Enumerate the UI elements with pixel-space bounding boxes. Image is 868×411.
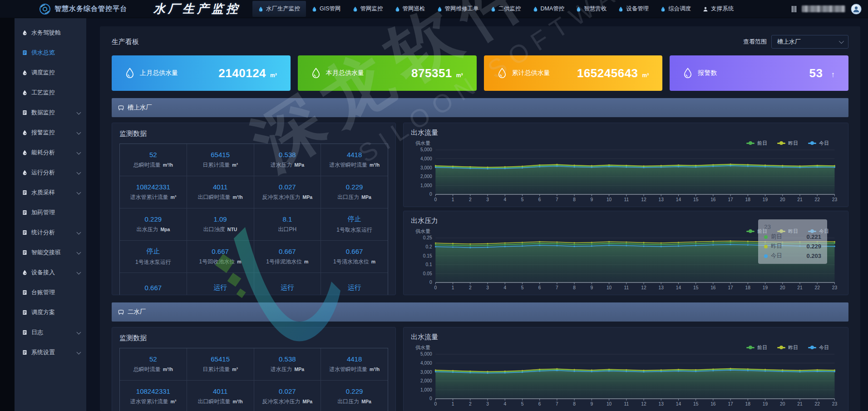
- scope-select[interactable]: 槽上水厂: [771, 35, 848, 49]
- monitor-cell: 8.1 出口PH: [254, 208, 321, 240]
- chevron-down-icon: [77, 350, 81, 355]
- sidebar-item[interactable]: 调度方案: [15, 302, 86, 322]
- document-icon: [22, 330, 27, 335]
- monitor-cell-label: 出水压力: [136, 226, 158, 233]
- topnav-item[interactable]: 管网巡检: [389, 1, 431, 17]
- topnav-item[interactable]: 综合调度: [655, 1, 697, 17]
- svg-text:16: 16: [710, 197, 716, 202]
- charts-column: 出水流量 供水量 前日昨日今日 01,0002,0003,0004,0005,0…: [403, 327, 848, 411]
- sidebar-item-label: 加药管理: [31, 208, 55, 217]
- svg-text:3: 3: [486, 401, 489, 406]
- monitor-cell-value: 运行: [213, 283, 227, 292]
- monitor-cell-label: 进水压力: [271, 366, 292, 373]
- sidebar-item[interactable]: 统计分析: [15, 223, 86, 243]
- sidebar-item-label: 调度方案: [31, 308, 55, 317]
- topbar: 智慧水务综合管控平台 水厂生产监控 水厂生产监控 GIS管网 管网监控 管网巡检…: [0, 0, 868, 18]
- svg-text:8: 8: [573, 285, 576, 290]
- topnav-item[interactable]: 水厂生产监控: [252, 1, 306, 17]
- topnav-item[interactable]: 管网监控: [347, 1, 389, 17]
- monitor-cell: 65415 日累计流量m³: [187, 348, 254, 380]
- sidebar-item[interactable]: 水质采样: [15, 183, 86, 203]
- legend-item[interactable]: 前日: [746, 344, 767, 351]
- monitor-cell-unit: MPa: [361, 194, 371, 200]
- user-avatar[interactable]: [851, 4, 862, 15]
- monitor-data-grid: 52 总瞬时流量m³/h 65415 日累计流量m³ 0.538 进水压力MPa…: [119, 348, 388, 411]
- sidebar-item[interactable]: 数据监控: [15, 103, 86, 123]
- plant-section-header: 槽上水厂: [112, 98, 848, 117]
- sidebar-item[interactable]: 加药管理: [15, 203, 86, 223]
- monitor-cell-unit: m³: [170, 399, 176, 404]
- document-icon: [22, 50, 27, 55]
- legend-item[interactable]: 前日: [746, 140, 767, 147]
- svg-text:9: 9: [591, 285, 593, 290]
- topnav-item[interactable]: 设备管理: [612, 1, 655, 17]
- chart-y-axis-label: 供水量: [415, 344, 430, 351]
- sidebar-item[interactable]: 日志: [15, 322, 86, 342]
- menu-bars-icon[interactable]: [792, 6, 796, 12]
- sidebar-item-label: 报警监控: [31, 129, 55, 137]
- svg-text:7: 7: [556, 197, 558, 202]
- water-drop-icon: [618, 6, 623, 12]
- sidebar-item[interactable]: 供水总览: [15, 43, 86, 63]
- legend-item[interactable]: 今日: [808, 344, 829, 351]
- monitor-cell-value: 0.667: [346, 248, 363, 255]
- sidebar-item-label: 运行分析: [31, 168, 55, 177]
- topnav-item[interactable]: 智慧营收: [570, 1, 612, 17]
- sidebar-item[interactable]: 运行分析: [15, 163, 86, 183]
- chart-plot-area: 01,0002,0003,0004,0005,00001234567891011…: [411, 147, 841, 203]
- sidebar-item[interactable]: 报警监控: [15, 123, 86, 143]
- topnav-item[interactable]: 管网维修工单: [431, 1, 485, 17]
- sidebar-item[interactable]: 水务驾驶舱: [15, 23, 86, 43]
- monitor-cell-value: 0.667: [279, 248, 296, 255]
- topnav-item-label: 设备管理: [626, 5, 649, 13]
- monitor-cell-label: 1号清水池水位: [333, 258, 369, 266]
- svg-text:3,000: 3,000: [420, 370, 432, 375]
- sidebar-item[interactable]: 智能交接班: [15, 243, 86, 262]
- stat-card-label: 上月总供水量: [140, 69, 178, 77]
- legend-item[interactable]: 昨日: [777, 344, 798, 351]
- tooltip-row: 昨日0.229: [764, 243, 821, 250]
- svg-text:0.2: 0.2: [425, 244, 432, 249]
- svg-text:21: 21: [797, 197, 803, 202]
- sidebar-item[interactable]: 工艺监控: [15, 83, 86, 103]
- chevron-down-icon: [77, 270, 81, 275]
- legend-label: 昨日: [788, 140, 798, 147]
- top-navigation: 水厂生产监控 GIS管网 管网监控 管网巡检 管网维修工单 二供监控: [252, 1, 792, 17]
- legend-item[interactable]: 今日: [808, 140, 829, 147]
- legend-marker: [808, 143, 816, 144]
- document-icon: [22, 350, 27, 355]
- legend-marker: [808, 347, 816, 348]
- board-icon: [118, 105, 124, 111]
- water-drop-icon: [353, 6, 358, 12]
- sidebar-item[interactable]: 台账管理: [15, 282, 86, 302]
- sidebar-item[interactable]: 能耗分析: [15, 143, 86, 163]
- topnav-item[interactable]: GIS管网: [306, 1, 347, 17]
- topnav-item[interactable]: 支撑系统: [697, 1, 740, 17]
- username-redacted[interactable]: [802, 5, 845, 12]
- sidebar-item[interactable]: 设备接入: [15, 262, 86, 282]
- svg-text:6: 6: [538, 285, 541, 290]
- monitor-cell-value: 4011: [213, 183, 227, 191]
- monitor-cell-label: 进水管瞬时流量: [329, 161, 367, 169]
- monitor-cell-label: 日累计流量: [202, 366, 230, 373]
- stat-card-value: 53: [809, 66, 823, 80]
- sidebar-item[interactable]: 调度监控: [15, 63, 86, 83]
- svg-text:4: 4: [503, 197, 506, 202]
- topnav-item-label: 管网维修工单: [445, 5, 479, 13]
- water-drop-icon: [395, 6, 400, 12]
- platform-logo: 智慧水务综合管控平台: [39, 3, 127, 15]
- monitor-data-title: 监测数据: [119, 129, 388, 138]
- stat-card-label: 本月总供水量: [326, 69, 364, 77]
- sidebar-item[interactable]: 系统设置: [15, 342, 86, 362]
- topnav-item-label: GIS管网: [320, 5, 341, 13]
- topnav-item[interactable]: 二供监控: [485, 1, 527, 17]
- legend-item[interactable]: 昨日: [777, 140, 798, 147]
- document-icon: [22, 310, 27, 315]
- stat-card: 本月总供水量 875351 m³: [298, 55, 477, 91]
- monitor-cell-value: 0.229: [346, 183, 363, 191]
- person-icon: [703, 6, 708, 12]
- svg-text:0.1: 0.1: [425, 262, 432, 267]
- svg-text:9: 9: [591, 401, 593, 406]
- svg-text:8: 8: [573, 401, 576, 406]
- topnav-item[interactable]: DMA管控: [527, 1, 571, 17]
